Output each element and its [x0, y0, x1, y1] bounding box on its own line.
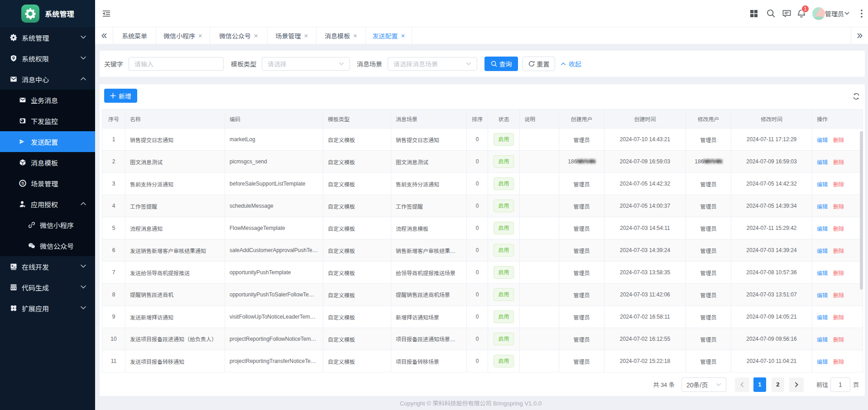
svg-text:S: S	[21, 181, 24, 186]
